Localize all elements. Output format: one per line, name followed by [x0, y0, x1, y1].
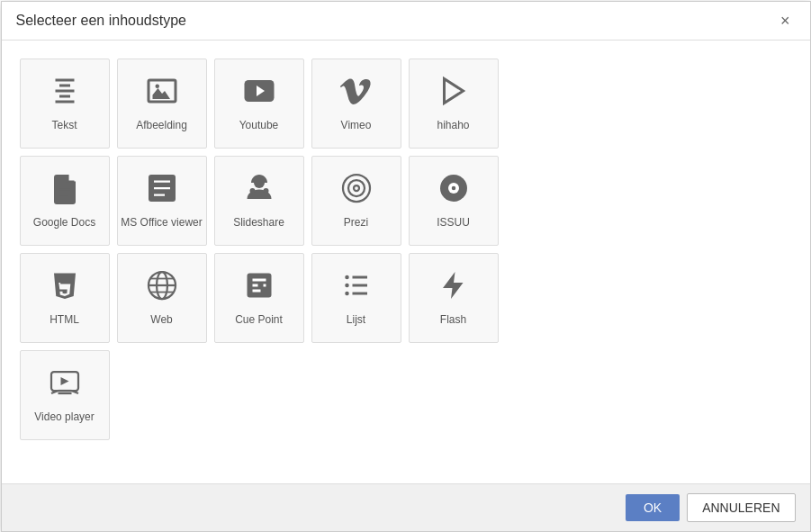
- cue-point-icon: [243, 269, 275, 306]
- youtube-label: Youtube: [239, 119, 279, 131]
- afbeelding-label: Afbeelding: [136, 119, 187, 131]
- tekst-icon: [49, 75, 81, 112]
- prezi-label: Prezi: [344, 216, 368, 229]
- issuu-icon: [437, 172, 470, 209]
- video-player-icon: [49, 366, 81, 403]
- grid-item-tekst[interactable]: Tekst: [20, 59, 110, 149]
- hihaho-label: hihaho: [437, 119, 469, 131]
- html-icon: [49, 269, 81, 306]
- svg-point-11: [354, 185, 359, 191]
- slideshare-label: Slideshare: [233, 216, 284, 229]
- svg-point-14: [451, 186, 455, 191]
- grid-item-prezi[interactable]: Prezi: [311, 156, 401, 246]
- svg-marker-2: [444, 78, 463, 103]
- close-button[interactable]: ×: [775, 11, 796, 31]
- youtube-icon: [243, 75, 275, 112]
- dialog-body: TekstAfbeeldingYoutubeVimeohihahoGoogle …: [2, 41, 810, 483]
- grid-item-slideshare[interactable]: Slideshare: [214, 156, 304, 246]
- content-type-dialog: Selecteer een inhoudstype × TekstAfbeeld…: [1, 1, 811, 532]
- prezi-icon: [340, 172, 373, 209]
- svg-point-8: [263, 188, 268, 194]
- svg-point-7: [249, 188, 255, 194]
- grid-item-issuu[interactable]: ISSUU: [409, 156, 499, 246]
- svg-point-10: [348, 180, 365, 196]
- ms-office-icon: [146, 172, 178, 209]
- grid-item-flash[interactable]: Flash: [409, 253, 499, 343]
- google-docs-label: Google Docs: [33, 216, 95, 229]
- ms-office-label: MS Office viewer: [121, 216, 202, 229]
- video-player-label: Video player: [34, 410, 95, 423]
- svg-point-25: [345, 275, 349, 280]
- svg-point-27: [345, 292, 349, 296]
- grid-item-web[interactable]: Web: [117, 253, 207, 343]
- vimeo-label: Vimeo: [341, 119, 372, 131]
- web-icon: [146, 269, 178, 306]
- afbeelding-icon: [146, 75, 178, 112]
- grid-item-hihaho[interactable]: hihaho: [409, 59, 499, 149]
- slideshare-icon: [243, 172, 275, 209]
- flash-icon: [437, 269, 470, 306]
- grid-item-vimeo[interactable]: Vimeo: [311, 59, 401, 149]
- grid-item-google-docs[interactable]: Google Docs: [20, 156, 110, 246]
- cue-point-label: Cue Point: [235, 313, 283, 326]
- grid-item-video-player[interactable]: Video player: [20, 350, 110, 440]
- google-docs-icon: [49, 172, 81, 209]
- lijst-label: Lijst: [347, 313, 365, 326]
- flash-label: Flash: [440, 313, 466, 326]
- dialog-header: Selecteer een inhoudstype ×: [2, 2, 810, 41]
- svg-point-9: [343, 175, 370, 202]
- cancel-button[interactable]: ANNULEREN: [687, 493, 795, 522]
- web-label: Web: [150, 313, 172, 326]
- dialog-title: Selecteer een inhoudstype: [16, 13, 186, 29]
- vimeo-icon: [340, 75, 373, 112]
- grid-item-html[interactable]: HTML: [20, 253, 110, 343]
- grid-item-cue-point[interactable]: Cue Point: [214, 253, 304, 343]
- grid-item-ms-office[interactable]: MS Office viewer: [117, 156, 207, 246]
- hihaho-icon: [437, 75, 470, 112]
- grid-item-afbeelding[interactable]: Afbeelding: [117, 59, 207, 149]
- dialog-footer: OK ANNULEREN: [2, 483, 810, 531]
- svg-point-26: [345, 284, 349, 288]
- content-type-grid: TekstAfbeeldingYoutubeVimeohihahoGoogle …: [20, 59, 792, 440]
- svg-point-21: [258, 284, 263, 288]
- tekst-label: Tekst: [51, 119, 77, 131]
- lijst-icon: [340, 269, 373, 306]
- ok-button[interactable]: OK: [626, 494, 680, 521]
- svg-point-0: [155, 84, 159, 88]
- grid-item-lijst[interactable]: Lijst: [311, 253, 401, 343]
- issuu-label: ISSUU: [437, 216, 470, 229]
- grid-item-youtube[interactable]: Youtube: [214, 59, 304, 149]
- html-label: HTML: [50, 313, 79, 326]
